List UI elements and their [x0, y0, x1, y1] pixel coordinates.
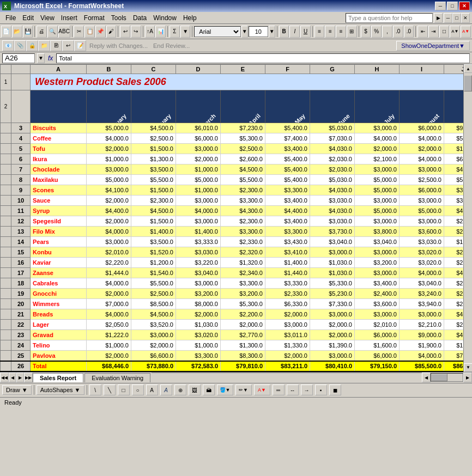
cell-value[interactable]: $3,300.0 — [221, 196, 265, 206]
cell-value[interactable]: $3,300.0 — [176, 351, 221, 361]
cell-value[interactable]: $6,000.0 — [355, 351, 400, 361]
cell-value[interactable]: $5,500.0 — [131, 175, 176, 185]
cell-value[interactable]: $1,400.0 — [131, 227, 176, 237]
cell-value[interactable]: $5,000.0 — [87, 123, 131, 133]
cell-value[interactable]: $5,000.0 — [176, 175, 221, 185]
cell-name[interactable]: Total — [31, 361, 87, 371]
cell-value[interactable]: $2,300.0 — [221, 185, 265, 196]
cell-name[interactable]: Maxilaku — [31, 175, 87, 185]
tb2-btn3[interactable]: 🔒 — [26, 40, 38, 51]
cell-value[interactable]: $5,500.0 — [131, 278, 176, 289]
cell-value[interactable]: $5,500.0 — [444, 175, 464, 185]
draw-line-style-tool[interactable]: ═ — [273, 385, 285, 395]
cell-value[interactable]: $1,500.0 — [131, 185, 176, 196]
cell-value[interactable]: $4,400.0 — [265, 206, 310, 216]
cell-value[interactable]: $1,900.0 — [400, 340, 444, 351]
redo-button[interactable]: ↪ — [131, 26, 141, 38]
cell-value[interactable]: $3,000.0 — [355, 268, 400, 278]
cell-value[interactable]: $3,520.0 — [131, 320, 176, 330]
cell-value[interactable]: $2,200.0 — [221, 309, 265, 320]
cell-value[interactable]: $2,320.0 — [221, 247, 265, 258]
tb2-btn2[interactable]: 📎 — [14, 40, 26, 51]
cell-value[interactable]: $1,600.0 — [355, 340, 400, 351]
cell-value[interactable]: $3,030.0 — [310, 216, 355, 227]
cell-value[interactable]: $3,000.0 — [355, 247, 400, 258]
cell-value[interactable]: $1,030.0 — [176, 320, 221, 330]
cell-value[interactable]: $5,000.0 — [355, 185, 400, 196]
cell-value[interactable]: $85,500.0 — [400, 361, 444, 371]
cell-value[interactable]: $7,330.0 — [310, 299, 355, 309]
draw-clipart-tool[interactable]: 🖼 — [189, 385, 201, 395]
cell-value[interactable]: $2,030.0 — [310, 154, 355, 164]
cell-value[interactable]: $3,000.0 — [87, 237, 131, 247]
menu-data[interactable]: Data — [130, 13, 150, 23]
cell-value[interactable]: $3,000.0 — [131, 330, 176, 340]
cell-value[interactable]: $6,000.0 — [355, 330, 400, 340]
cell-value[interactable]: $2,000.0 — [131, 340, 176, 351]
help-search-input[interactable] — [346, 13, 433, 23]
tab-scroll-left1[interactable]: ◀◀ — [0, 373, 9, 382]
menu-edit[interactable]: Edit — [19, 13, 37, 23]
cell-value[interactable]: $86,409.0 — [444, 361, 464, 371]
cell-name[interactable]: Syrup — [31, 206, 87, 216]
cell-value[interactable]: $1,000.0 — [176, 185, 221, 196]
cell-name[interactable]: Spegesild — [31, 216, 87, 227]
cell-value[interactable]: $3,300.0 — [221, 227, 265, 237]
cell-value[interactable]: $2,340.0 — [221, 268, 265, 278]
cell-value[interactable]: $8,000.0 — [176, 299, 221, 309]
draw-line-color-tool[interactable]: ✏▼ — [235, 385, 252, 395]
cell-value[interactable]: $4,000.0 — [176, 206, 221, 216]
cell-value[interactable]: $1,300.0 — [221, 340, 265, 351]
cell-value[interactable]: $3,000.0 — [176, 144, 221, 154]
minimize-button[interactable]: ─ — [435, 2, 446, 10]
cell-value[interactable]: $5,230.0 — [310, 289, 355, 299]
scroll-down-button[interactable]: ▼ — [464, 363, 472, 372]
sigma-button[interactable]: Σ — [170, 26, 180, 38]
scroll-up-button[interactable]: ▲ — [464, 64, 472, 73]
font-name-arrow[interactable]: ▼ — [241, 26, 248, 38]
cell-value[interactable]: $2,000.0 — [310, 320, 355, 330]
cell-value[interactable]: $6,600.0 — [131, 351, 176, 361]
col-header-F[interactable]: F — [265, 65, 310, 74]
cell-value[interactable]: $3,040.0 — [310, 237, 355, 247]
cell-value[interactable]: $6,000.0 — [400, 123, 444, 133]
cell-name[interactable]: Sauce — [31, 196, 87, 206]
scroll-thumb[interactable] — [464, 75, 472, 91]
new-button[interactable]: 📄 — [1, 26, 11, 38]
draw-textbox-tool[interactable]: A — [146, 385, 158, 395]
tb2-btn5[interactable]: 🖹 — [50, 40, 62, 51]
cell-value[interactable]: $7,230.0 — [221, 123, 265, 133]
increase-indent[interactable]: ⇥ — [428, 26, 439, 38]
window-minimize-icon[interactable]: ─ — [444, 13, 452, 23]
cell-value[interactable]: $2,600.0 — [444, 227, 464, 237]
cell-value[interactable]: $1,509.0 — [444, 237, 464, 247]
cell-value[interactable]: $3,400.0 — [265, 144, 310, 154]
cell-value[interactable]: $2,400.0 — [355, 289, 400, 299]
col-header-D[interactable]: D — [176, 65, 221, 74]
cell-value[interactable]: $2,000.0 — [176, 154, 221, 164]
cell-value[interactable]: $79,150.0 — [355, 361, 400, 371]
paste-button[interactable]: 📌 — [95, 26, 106, 38]
cell-value[interactable]: $4,000.0 — [87, 227, 131, 237]
cell-name[interactable]: Gravad — [31, 330, 87, 340]
col-header-A[interactable]: A — [31, 65, 87, 74]
horizontal-scroll-thumb[interactable] — [431, 374, 447, 381]
font-size-arrow[interactable]: ▼ — [269, 26, 275, 38]
cell-name[interactable]: Gnocchi — [31, 289, 87, 299]
cell-name[interactable]: Telino — [31, 340, 87, 351]
col-header-H[interactable]: H — [355, 65, 400, 74]
cell-value[interactable]: $2,030.0 — [310, 164, 355, 175]
menu-view[interactable]: View — [37, 13, 58, 23]
cell-value[interactable]: $3,000.0 — [310, 351, 355, 361]
col-header-I[interactable]: I — [400, 65, 444, 74]
cell-value[interactable]: $4,500.0 — [444, 164, 464, 175]
menu-insert[interactable]: Insert — [58, 13, 81, 23]
cell-value[interactable]: $6,010.0 — [176, 123, 221, 133]
cell-value[interactable]: $3,300.0 — [265, 185, 310, 196]
formula-input[interactable] — [56, 53, 470, 63]
cell-value[interactable]: $2,010.0 — [87, 247, 131, 258]
cell-value[interactable]: $2,540.0 — [444, 278, 464, 289]
cell-value[interactable]: $1,444.0 — [87, 268, 131, 278]
cell-value[interactable]: $3,000.0 — [400, 309, 444, 320]
cell-name[interactable]: Choclade — [31, 164, 87, 175]
